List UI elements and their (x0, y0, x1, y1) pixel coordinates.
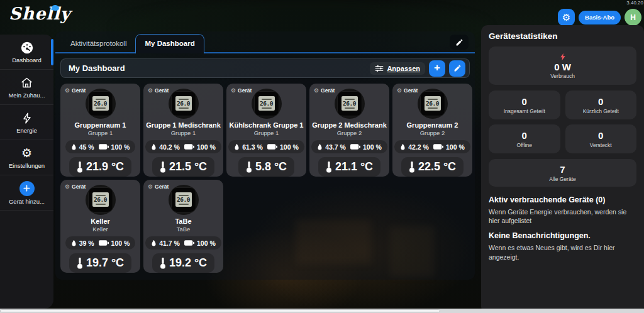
battery-icon (350, 144, 360, 150)
device-card[interactable]: ⚙ Gerät 26.0 TaBe TaBe 41.7 % (143, 180, 223, 273)
device-image: 26.0 (252, 89, 282, 119)
temperature-pill: 22.5 °C (401, 157, 464, 177)
device-name: Gruppenraum 1 (74, 121, 128, 129)
device-card[interactable]: ⚙ Gerät 26.0 Gruppenraum 1 Gruppe 1 4 (60, 84, 140, 177)
device-name: Gruppenraum 2 (406, 121, 460, 129)
stat-tile-kuerzlich-geteilt[interactable]: 0 Kürzlich Geteilt (565, 91, 637, 119)
device-card[interactable]: ⚙ Gerät 26.0 Gruppenraum 2 Gruppe 2 4 (392, 84, 472, 177)
device-badge: ⚙ Gerät (148, 184, 169, 190)
lcd-reading: 26.0 (260, 101, 273, 107)
device-lcd-display: 26.0 (92, 192, 109, 207)
stat-tile-alle-geraete[interactable]: 7 Alle Geräte (489, 159, 636, 187)
subscription-badge[interactable]: Basis-Abo (579, 11, 621, 25)
temperature-pill: 19.2 °C (152, 253, 214, 273)
humidity-droplet-icon (151, 239, 157, 247)
stat-tile-offline[interactable]: 0 Offline (489, 124, 560, 153)
device-name: Gruppe 2 Medischrank (311, 121, 388, 129)
device-image: 26.0 (335, 89, 365, 119)
humidity-value: 43.7 % (325, 143, 346, 151)
device-badge: ⚙ Gerät (148, 87, 169, 94)
notifications-heading: Keine Benachrichtigungen. (489, 231, 636, 240)
device-type-icon: ⚙ (397, 88, 402, 94)
customize-link[interactable]: Anpassen (370, 62, 425, 75)
temperature-value: 19.7 °C (86, 256, 124, 270)
humidity-droplet-icon (71, 239, 77, 247)
device-card[interactable]: ⚙ Gerät 26.0 Gruppe 2 Medischrank Gruppe… (309, 84, 389, 177)
sidebar-item-label: Einstellungen (9, 162, 45, 169)
ht-sensor-device: 26.0 (337, 91, 362, 116)
scrollbar-thumb[interactable] (0, 309, 440, 312)
sidebar-item-dashboard[interactable]: Dashboard (0, 35, 53, 70)
active-devices-heading: Aktiv verbrauchende Geräte (0) (489, 195, 636, 204)
ht-sensor-device: 26.0 (254, 91, 279, 116)
settings-button[interactable]: ⚙ (558, 9, 575, 26)
lightning-icon (20, 111, 34, 125)
device-badge-label: Gerät (72, 184, 86, 190)
sidebar-item-mein-zuhause[interactable]: Mein Zuhau... (0, 70, 53, 105)
sidebar-item-energie[interactable]: Energie (0, 105, 53, 140)
humidity-droplet-icon (400, 143, 406, 151)
ht-sensor-device: 26.0 (88, 91, 113, 116)
battery-value: 100 % (363, 143, 382, 151)
sidebar-item-label: Mein Zuhau... (8, 92, 45, 99)
device-lcd-display: 26.0 (341, 96, 358, 111)
plus-icon: + (434, 62, 440, 73)
battery-icon (184, 144, 194, 150)
active-indicator (51, 39, 53, 65)
horizontal-scrollbar[interactable] (0, 309, 644, 313)
humidity-value: 45 % (79, 143, 94, 151)
temperature-value: 5.8 °C (255, 160, 287, 173)
device-type-icon: ⚙ (231, 88, 236, 94)
stat-tile-versteckt[interactable]: 0 Versteckt (565, 124, 637, 153)
sidebar-item-einstellungen[interactable]: ⚙ Einstellungen (0, 140, 53, 175)
device-lcd-display: 26.0 (175, 192, 192, 207)
lcd-segment (428, 107, 438, 109)
device-group: Keller (92, 226, 108, 233)
tab-my-dashboard[interactable]: My Dashboard (135, 34, 204, 53)
device-badge-label: Gerät (72, 87, 86, 94)
avatar[interactable]: H (625, 9, 641, 26)
consumption-tile[interactable]: 0 W Verbrauch (489, 47, 636, 85)
sidebar-item-label: Energie (16, 127, 37, 134)
device-card[interactable]: ⚙ Gerät 26.0 Gruppe 1 Medischrank Gruppe… (143, 84, 223, 177)
tab-aktivitaetsprotokoll[interactable]: Aktivitätsprotokoll (62, 35, 135, 52)
device-badge-label: Gerät (155, 184, 169, 190)
humidity-value: 61.3 % (242, 143, 263, 151)
humidity-battery-pill: 43.7 % 100 % (311, 140, 387, 153)
temperature-value: 21.1 °C (335, 160, 373, 173)
stat-tile-insgesamt-geteilt[interactable]: 0 Insgesamt Geteilt (489, 91, 560, 119)
device-image: 26.0 (86, 185, 116, 215)
battery-value: 100 % (111, 143, 130, 151)
device-type-icon: ⚙ (314, 88, 319, 94)
lcd-reading: 26.0 (94, 197, 107, 203)
ht-sensor-device: 26.0 (171, 187, 196, 212)
sidebar-item-geraet-hinzufuegen[interactable]: Gerät hinzu... (0, 175, 53, 211)
sliders-icon (375, 65, 384, 72)
thermometer-icon (326, 161, 332, 173)
board-header: My Dashboard Anpassen + (60, 58, 470, 78)
lcd-reading: 26.0 (343, 101, 356, 107)
stat-value: 0 (522, 130, 527, 141)
humidity-battery-pill: 40.2 % 100 % (145, 140, 221, 153)
stat-label: Offline (517, 142, 532, 148)
edit-tabs-button[interactable] (450, 35, 469, 50)
temperature-value: 19.2 °C (169, 256, 207, 270)
stat-value: 7 (560, 164, 565, 175)
device-name: Kühlschrank Gruppe 1 (228, 121, 305, 129)
device-type-icon: ⚙ (148, 184, 153, 190)
lcd-reading: 26.0 (177, 197, 190, 203)
device-group: TaBe (177, 226, 191, 233)
active-devices-text: Wenn Geräte Energie verbrauchen, werden … (489, 207, 630, 225)
sidebar: Dashboard Mein Zuhau... Energie ⚙ Einste… (0, 35, 53, 309)
temperature-pill: 21.1 °C (318, 157, 380, 177)
topbar-actions: ⚙ Basis-Abo H (558, 9, 641, 26)
stat-value: 0 (598, 96, 603, 107)
device-card[interactable]: ⚙ Gerät 26.0 Kühlschrank Gruppe 1 Gruppe… (226, 84, 306, 177)
device-card[interactable]: ⚙ Gerät 26.0 Keller Keller 39 % (60, 180, 140, 273)
add-widget-button[interactable]: + (429, 60, 445, 77)
edit-board-button[interactable] (449, 60, 465, 77)
home-icon (20, 76, 34, 90)
battery-value: 100 % (280, 143, 299, 151)
device-lcd-display: 26.0 (425, 96, 441, 111)
device-badge-label: Gerät (404, 87, 418, 94)
